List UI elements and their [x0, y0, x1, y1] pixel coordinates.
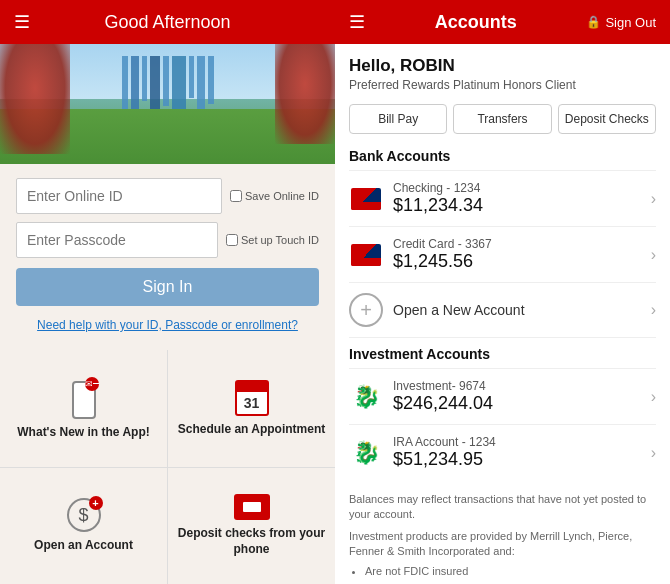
schedule-item[interactable]: 31 Schedule an Appointment — [168, 350, 335, 467]
open-new-account-item[interactable]: + Open a New Account › — [349, 282, 656, 338]
disclaimer-list: Are not FDIC insured Are not bank guaran… — [349, 564, 656, 584]
investment-account-item[interactable]: 🐉 Investment- 9674 $246,244.04 › — [349, 368, 656, 424]
investment-chevron-icon: › — [651, 388, 656, 406]
bill-pay-button[interactable]: Bill Pay — [349, 104, 447, 134]
transfers-button[interactable]: Transfers — [453, 104, 551, 134]
sign-out-label: Sign Out — [605, 15, 656, 30]
greeting-text: Hello, ROBIN — [349, 56, 656, 76]
credit-card-chevron-icon: › — [651, 246, 656, 264]
left-menu-icon[interactable]: ☰ — [14, 11, 30, 33]
ira-account-info: IRA Account - 1234 $51,234.95 — [393, 435, 651, 470]
checking-chevron-icon: › — [651, 190, 656, 208]
touch-id-checkbox[interactable] — [226, 234, 238, 246]
deposit-card-icon — [234, 494, 270, 520]
dollar-circle-icon: $ + — [67, 498, 101, 532]
open-account-chevron-icon: › — [651, 301, 656, 319]
sign-in-button[interactable]: Sign In — [16, 268, 319, 306]
feature-grid: ✉ What's New in the App! 31 Schedule an … — [0, 350, 335, 584]
hero-image — [0, 44, 335, 164]
disclaimer-line2: Investment products are provided by Merr… — [349, 529, 656, 560]
right-menu-icon[interactable]: ☰ — [349, 11, 365, 33]
save-id-group: Save Online ID — [230, 190, 319, 202]
deposit-phone-label: Deposit checks from your phone — [176, 526, 327, 557]
checking-account-info: Checking - 1234 $11,234.34 — [393, 181, 651, 216]
left-panel: ☰ Good Afternoon Save Online ID — [0, 0, 335, 584]
open-account-label: Open an Account — [34, 538, 133, 554]
lock-icon: 🔒 — [586, 15, 601, 29]
right-header-title: Accounts — [365, 12, 586, 33]
boa-logo-credit — [349, 241, 383, 269]
passcode-row: Set up Touch ID — [16, 222, 319, 258]
calendar-icon: 31 — [235, 380, 269, 416]
credit-card-account-balance: $1,245.56 — [393, 251, 651, 272]
investment-icon-9674: 🐉 — [349, 383, 383, 411]
investment-account-name: Investment- 9674 — [393, 379, 651, 393]
login-section: Save Online ID Set up Touch ID Sign In N… — [0, 164, 335, 344]
ira-account-name: IRA Account - 1234 — [393, 435, 651, 449]
save-id-label[interactable]: Save Online ID — [230, 190, 319, 202]
tree-left — [0, 44, 70, 154]
investment-account-balance: $246,244.04 — [393, 393, 651, 414]
investment-accounts-header: Investment Accounts — [349, 346, 656, 362]
open-account-item[interactable]: $ + Open an Account — [0, 468, 167, 584]
credit-card-account-name: Credit Card - 3367 — [393, 237, 651, 251]
touch-id-group: Set up Touch ID — [226, 234, 319, 246]
disclaimer-text: Balances may reflect transactions that h… — [349, 492, 656, 584]
sign-out-button[interactable]: 🔒 Sign Out — [586, 15, 656, 30]
disclaimer-line1: Balances may reflect transactions that h… — [349, 492, 656, 523]
phone-notification-icon: ✉ — [69, 377, 99, 419]
left-header: ☰ Good Afternoon — [0, 0, 335, 44]
right-content: Hello, ROBIN Preferred Rewards Platinum … — [335, 44, 670, 584]
ira-account-balance: $51,234.95 — [393, 449, 651, 470]
ira-account-item[interactable]: 🐉 IRA Account - 1234 $51,234.95 › — [349, 424, 656, 480]
credit-card-account-info: Credit Card - 3367 $1,245.56 — [393, 237, 651, 272]
touch-id-label[interactable]: Set up Touch ID — [226, 234, 319, 246]
client-type-text: Preferred Rewards Platinum Honors Client — [349, 78, 656, 92]
investment-account-info: Investment- 9674 $246,244.04 — [393, 379, 651, 414]
right-header: ☰ Accounts 🔒 Sign Out — [335, 0, 670, 44]
action-buttons: Bill Pay Transfers Deposit Checks — [349, 104, 656, 134]
passcode-input[interactable] — [16, 222, 218, 258]
open-new-account-label: Open a New Account — [393, 302, 651, 318]
right-panel: ☰ Accounts 🔒 Sign Out Hello, ROBIN Prefe… — [335, 0, 670, 584]
checking-account-item[interactable]: Checking - 1234 $11,234.34 › — [349, 170, 656, 226]
deposit-phone-item[interactable]: Deposit checks from your phone — [168, 468, 335, 584]
save-id-checkbox[interactable] — [230, 190, 242, 202]
whats-new-item[interactable]: ✉ What's New in the App! — [0, 350, 167, 467]
investment-icon-ira: 🐉 — [349, 439, 383, 467]
left-header-title: Good Afternoon — [104, 12, 230, 33]
online-id-input[interactable] — [16, 178, 222, 214]
disclaimer-bullet-1: Are not FDIC insured — [365, 564, 656, 579]
tree-right — [275, 44, 335, 144]
deposit-checks-button[interactable]: Deposit Checks — [558, 104, 656, 134]
ira-chevron-icon: › — [651, 444, 656, 462]
schedule-label: Schedule an Appointment — [178, 422, 326, 438]
online-id-row: Save Online ID — [16, 178, 319, 214]
help-link[interactable]: Need help with your ID, Passcode or enro… — [16, 318, 319, 332]
bank-accounts-header: Bank Accounts — [349, 148, 656, 164]
checking-account-name: Checking - 1234 — [393, 181, 651, 195]
boa-logo-checking — [349, 185, 383, 213]
whats-new-label: What's New in the App! — [17, 425, 149, 441]
checking-account-balance: $11,234.34 — [393, 195, 651, 216]
credit-card-account-item[interactable]: Credit Card - 3367 $1,245.56 › — [349, 226, 656, 282]
plus-circle-icon: + — [349, 293, 383, 327]
